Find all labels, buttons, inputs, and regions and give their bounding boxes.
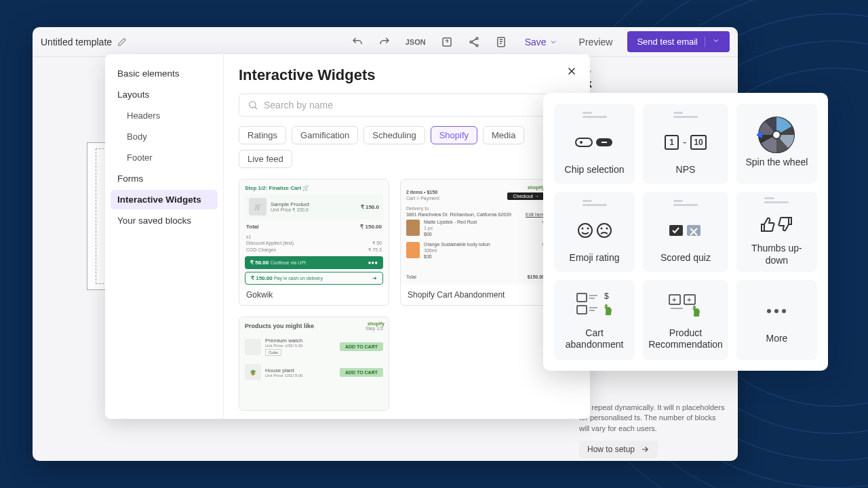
- svg-point-1: [476, 37, 478, 39]
- close-icon: [566, 65, 578, 77]
- svg-rect-22: [577, 306, 587, 314]
- svg-text:+: +: [687, 296, 691, 304]
- save-button[interactable]: Save: [518, 33, 564, 52]
- widget-more[interactable]: More: [736, 280, 817, 360]
- svg-point-3: [476, 44, 478, 46]
- topbar: Untitled template JSON Save Preview Send…: [33, 27, 738, 57]
- filter-pills: Ratings Gamification Scheduling Shopify …: [239, 126, 575, 168]
- widget-nps[interactable]: 1 - 10 NPS: [643, 104, 728, 184]
- card-label: Gokwik: [239, 285, 389, 305]
- svg-point-16: [597, 224, 611, 237]
- modal-title: Interactive Widgets: [239, 66, 575, 84]
- svg-rect-20: [687, 225, 701, 236]
- svg-point-15: [587, 227, 589, 229]
- svg-rect-9: [601, 142, 607, 143]
- svg-point-34: [693, 306, 696, 308]
- svg-point-36: [774, 309, 778, 313]
- panel-description: will repeat dynamically. It will n place…: [579, 403, 727, 434]
- svg-point-37: [782, 309, 786, 313]
- card-shopify-cart-abandonment[interactable]: shopify 2 items • $150Cart > Payment Che…: [400, 179, 551, 306]
- modal-sidebar: Basic elements Layouts Headers Body Foot…: [105, 54, 224, 419]
- preview-button[interactable]: Preview: [572, 33, 620, 52]
- filter-shopify[interactable]: Shopify: [431, 126, 477, 144]
- filter-live-feed[interactable]: Live feed: [239, 150, 292, 168]
- svg-point-11: [773, 131, 781, 139]
- template-title[interactable]: Untitled template: [41, 37, 112, 47]
- svg-rect-21: [577, 293, 587, 302]
- svg-point-18: [606, 227, 608, 229]
- chip-icon: [574, 126, 615, 159]
- cart-abandon-icon: $: [574, 289, 615, 322]
- card-gokwik[interactable]: Step 1/2: Finalize Cart 🛒 🛒 Sample Produ…: [239, 179, 389, 306]
- modal-main: Interactive Widgets Ratings Gamification…: [224, 54, 590, 419]
- sidebar-item-layouts[interactable]: Layouts: [111, 85, 218, 104]
- sidebar-item-saved-blocks[interactable]: Your saved blocks: [111, 211, 218, 230]
- redo-icon[interactable]: [378, 36, 391, 48]
- card-label: Shopify Cart Abandonment: [401, 285, 550, 305]
- sidebar-item-footer[interactable]: Footer: [111, 148, 218, 167]
- svg-text:+: +: [672, 296, 676, 304]
- quiz-icon: [668, 214, 703, 247]
- search-input[interactable]: [264, 100, 566, 110]
- widget-thumbs-up-down[interactable]: Thumbs up-down: [736, 192, 817, 272]
- filter-scheduling[interactable]: Scheduling: [363, 126, 425, 144]
- svg-point-17: [600, 227, 602, 229]
- cart-icon: 🛒: [249, 198, 267, 216]
- undo-icon[interactable]: [351, 36, 363, 48]
- edit-title-icon[interactable]: [117, 37, 127, 47]
- wheel-icon: [757, 119, 796, 151]
- svg-point-35: [767, 309, 771, 313]
- widget-picker-panel: Chip selection 1 - 10 NPS Spin the wheel…: [543, 93, 828, 371]
- widget-chip-selection[interactable]: Chip selection: [554, 104, 635, 184]
- breadcrumb: ody: [579, 68, 727, 76]
- filter-media[interactable]: Media: [483, 126, 524, 144]
- card-preview: shopify Products you might likeStep 1/3 …: [239, 317, 389, 410]
- widget-scored-quiz[interactable]: Scored quiz: [643, 192, 728, 272]
- share-icon[interactable]: [468, 36, 480, 48]
- save-label: Save: [525, 37, 547, 47]
- sidebar-item-basic-elements[interactable]: Basic elements: [111, 64, 218, 83]
- send-label: Send test email: [637, 37, 698, 47]
- json-button[interactable]: JSON: [406, 38, 426, 46]
- card-label: Shopify Product Recommendation: [239, 410, 389, 411]
- thumbs-icon: [757, 211, 795, 237]
- widgets-modal: Basic elements Layouts Headers Body Foot…: [105, 54, 590, 419]
- chevron-down-icon: [549, 38, 557, 46]
- panel-heading: ck: [579, 77, 727, 91]
- sidebar-item-body[interactable]: Body: [111, 127, 218, 146]
- widget-emoji-rating[interactable]: Emoji rating: [554, 192, 635, 272]
- widget-spin-the-wheel[interactable]: Spin the wheel: [736, 104, 817, 184]
- svg-point-7: [580, 141, 583, 144]
- sidebar-item-interactive-widgets[interactable]: Interactive Widgets: [111, 190, 218, 209]
- chevron-down-icon: [712, 37, 720, 45]
- svg-point-2: [470, 41, 472, 43]
- close-button[interactable]: [566, 65, 578, 80]
- send-test-email-button[interactable]: Send test email: [627, 31, 730, 52]
- svg-point-14: [581, 227, 583, 229]
- card-shopify-product-recommendation[interactable]: shopify Products you might likeStep 1/3 …: [239, 317, 389, 411]
- product-rec-icon: ++: [665, 289, 706, 322]
- sidebar-item-forms[interactable]: Forms: [111, 169, 218, 188]
- sidebar-item-headers[interactable]: Headers: [111, 106, 218, 125]
- widget-cards: Step 1/2: Finalize Cart 🛒 🛒 Sample Produ…: [239, 179, 575, 411]
- widget-cart-abandonment[interactable]: $ Cart abandonment: [554, 280, 635, 360]
- search-input-wrap[interactable]: [239, 94, 575, 117]
- svg-text:$: $: [604, 291, 609, 301]
- emoji-icon: [576, 214, 614, 247]
- how-to-setup-button[interactable]: How to setup: [579, 441, 658, 458]
- svg-point-13: [578, 224, 592, 237]
- svg-point-28: [605, 304, 608, 307]
- arrow-right-icon: [640, 445, 650, 454]
- svg-rect-6: [576, 138, 592, 146]
- card-preview: shopify 2 items • $150Cart > Payment Che…: [401, 180, 550, 285]
- more-icon: [766, 295, 787, 327]
- widget-product-recommendation[interactable]: ++ Product Recommendation: [643, 280, 728, 360]
- search-icon: [248, 100, 258, 110]
- nps-icon: 1 - 10: [665, 126, 706, 159]
- filter-gamification[interactable]: Gamification: [292, 126, 358, 144]
- help-icon[interactable]: [441, 36, 453, 48]
- notes-icon[interactable]: [495, 36, 507, 48]
- svg-point-5: [250, 102, 256, 108]
- filter-ratings[interactable]: Ratings: [239, 126, 286, 144]
- card-preview: Step 1/2: Finalize Cart 🛒 🛒 Sample Produ…: [239, 180, 389, 285]
